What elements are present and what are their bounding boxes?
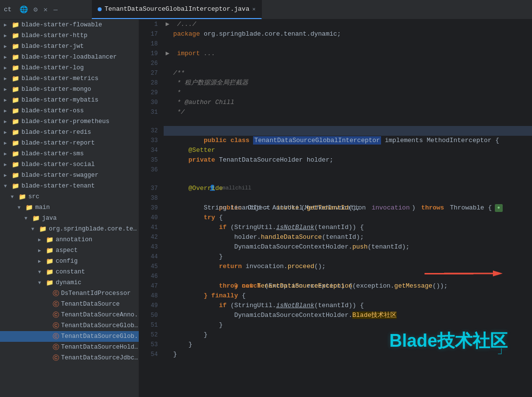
code-line: * 租户数据源全局拦截器 xyxy=(164,78,532,88)
close-icon[interactable]: ✕ xyxy=(43,5,47,14)
sidebar-item-blade-starter-mongo[interactable]: ▶ 📁 blade-starter-mongo xyxy=(0,84,139,95)
tab-main-file[interactable]: TenantDataSourceGlobalInterceptor.java ✕ xyxy=(92,0,262,19)
sidebar-item-blade-starter-mybatis[interactable]: ▶ 📁 blade-starter-mybatis xyxy=(0,95,139,105)
code-line: ▶ import ... xyxy=(164,49,532,59)
folder-icon: 📁 xyxy=(19,193,26,201)
class-file-icon: ⓒ xyxy=(53,322,59,330)
code-line: } xyxy=(164,350,532,359)
sidebar-label: blade-starter-loadbalancer xyxy=(21,54,117,61)
sidebar-label: dynamic xyxy=(56,279,82,286)
sidebar-item-blade-starter-metrics[interactable]: ▶ 📁 blade-starter-metrics xyxy=(0,73,139,84)
sidebar-item-blade-starter-tenant[interactable]: ▼ 📁 blade-starter-tenant xyxy=(0,181,139,191)
sidebar-item-blade-starter-flowable[interactable]: ▶ 📁 blade-starter-flowable xyxy=(0,20,139,30)
settings-icon[interactable]: ⚙ xyxy=(34,5,38,14)
tabs-area: TenantDataSourceGlobalInterceptor.java ✕ xyxy=(92,0,528,19)
arrow-icon: ▼ xyxy=(18,205,25,210)
folder-icon: 📁 xyxy=(12,53,20,61)
globe-icon[interactable]: 🌐 xyxy=(20,5,28,14)
sidebar-item-blade-starter-social[interactable]: ▶ 📁 blade-starter-social xyxy=(0,159,139,170)
code-line: } xyxy=(164,252,532,262)
sidebar-label: TenantDataSourceGlob. xyxy=(61,333,138,340)
sidebar-item-TenantDataSourceGlob-active[interactable]: ▶ ⓒ TenantDataSourceGlob. xyxy=(0,331,139,342)
arrow-icon: ▼ xyxy=(4,184,12,189)
sidebar-item-main[interactable]: ▼ 📁 main xyxy=(0,202,139,213)
sidebar-item-DsTenantIdProcessor[interactable]: ▶ ⓒ DsTenantIdProcessor xyxy=(0,288,139,299)
code-line: DynamicDataSourceContextHolder.push(tena… xyxy=(164,242,532,252)
code-line: public Object invoke(MethodInvocation in… xyxy=(164,193,532,203)
sidebar-item-blade-starter-log[interactable]: ▶ 📁 blade-starter-log xyxy=(0,63,139,73)
tab-dot xyxy=(98,7,102,11)
code-editor[interactable]: 1 17 18 19 26 27 28 29 30 31 32 33 34 35… xyxy=(139,20,532,397)
code-line: * @author Chill xyxy=(164,98,532,107)
folder-icon: 📁 xyxy=(12,96,20,104)
sidebar-item-blade-starter-report[interactable]: ▶ 📁 blade-starter-report xyxy=(0,138,139,148)
code-line: private TenantDataSourceHolder holder; xyxy=(164,155,532,165)
arrow-icon: ▶ xyxy=(4,43,12,49)
code-line: if (StringUtil.isNotBlank(tenantId)) { xyxy=(164,301,532,311)
code-line xyxy=(164,165,532,175)
code-line: } xyxy=(164,320,532,330)
code-line: try { xyxy=(164,213,532,223)
sidebar-item-blade-starter-loadbalancer[interactable]: ▶ 📁 blade-starter-loadbalancer xyxy=(0,52,139,63)
sidebar-item-java[interactable]: ▼ 📁 java xyxy=(0,213,139,224)
sidebar-item-annotation[interactable]: ▶ 📁 annotation xyxy=(0,234,139,245)
sidebar-label: blade-starter-http xyxy=(21,32,87,39)
arrow-icon: ▶ xyxy=(4,86,12,92)
folder-icon: 📁 xyxy=(12,85,20,93)
class-file-icon: ⓒ xyxy=(53,311,59,319)
sidebar-label: blade-starter-redis xyxy=(21,129,91,136)
sidebar-item-org-springblade[interactable]: ▼ 📁 org.springblade.core.tenant xyxy=(0,224,139,234)
sidebar-item-blade-starter-oss[interactable]: ▶ 📁 blade-starter-oss xyxy=(0,105,139,116)
sidebar-item-blade-starter-sms[interactable]: ▶ 📁 blade-starter-sms xyxy=(0,148,139,159)
arrow-icon: ▶ xyxy=(4,172,12,178)
sidebar-item-TenantDataSource[interactable]: ▶ ⓒ TenantDataSource xyxy=(0,299,139,310)
project-name: ct xyxy=(4,6,12,13)
arrow-icon: ▶ xyxy=(38,237,46,243)
sidebar-item-config[interactable]: ▶ 📁 config xyxy=(0,256,139,267)
sidebar-item-constant[interactable]: ▼ 📁 constant xyxy=(0,267,139,277)
tab-close-button[interactable]: ✕ xyxy=(252,6,255,12)
arrow-icon: ▶ xyxy=(38,248,46,253)
sidebar-item-blade-starter-jwt[interactable]: ▶ 📁 blade-starter-jwt xyxy=(0,41,139,52)
title-bar-left: ct 🌐 ⚙ ✕ — xyxy=(4,5,92,14)
class-file-icon: ⓒ xyxy=(53,343,59,352)
sidebar-item-blade-starter-prometheus[interactable]: ▶ 📁 blade-starter-prometheus xyxy=(0,116,139,127)
class-file-icon: ⓒ xyxy=(53,333,59,341)
folder-icon: 📁 xyxy=(46,247,54,254)
sidebar-item-TenantDataSourceHolde[interactable]: ▶ ⓒ TenantDataSourceHolde. xyxy=(0,342,139,353)
arrow-icon: ▶ xyxy=(4,97,12,103)
arrow-icon: ▶ xyxy=(4,129,12,135)
minimize-icon[interactable]: — xyxy=(53,6,57,14)
code-line: DynamicDataSourceContextHolder.Blade技术社区 xyxy=(164,311,532,320)
sidebar-item-blade-starter-redis[interactable]: ▶ 📁 blade-starter-redis xyxy=(0,127,139,138)
code-meta-line: 👤 smallchill xyxy=(164,175,532,184)
sidebar-item-TenantDataSourceJdbcP[interactable]: ▶ ⓒ TenantDataSourceJdbcP. xyxy=(0,353,139,363)
sidebar-item-src[interactable]: ▼ 📁 src xyxy=(0,191,139,202)
arrow-icon: ▶ xyxy=(4,76,12,82)
sidebar-label: java xyxy=(42,215,57,222)
sidebar-item-TenantDataSourceAnno[interactable]: ▶ ⓒ TenantDataSourceAnno. xyxy=(0,310,139,320)
code-line: */ xyxy=(164,107,532,117)
sidebar-item-blade-starter-http[interactable]: ▶ 📁 blade-starter-http xyxy=(0,30,139,41)
title-bar-icons: 🌐 ⚙ ✕ — xyxy=(20,5,58,14)
arrow-icon: ▶ xyxy=(4,119,12,125)
sidebar-label: TenantDataSourceJdbcP. xyxy=(61,355,139,361)
folder-icon: 📁 xyxy=(12,42,20,50)
code-line: ▶ /.../ xyxy=(164,20,532,29)
sidebar-item-TenantDataSourceGloba[interactable]: ▶ ⓒ TenantDataSourceGloba. xyxy=(0,320,139,331)
code-line xyxy=(164,39,532,49)
arrow-icon: ▶ xyxy=(4,33,12,39)
title-bar: ct 🌐 ⚙ ✕ — TenantDataSourceGlobalInterce… xyxy=(0,0,532,20)
folder-icon: 📁 xyxy=(25,204,33,211)
sidebar-item-blade-starter-swagger[interactable]: ▶ 📁 blade-starter-swagger xyxy=(0,170,139,181)
code-line: String tenantId = AuthUtil.getTenantId()… xyxy=(164,203,532,213)
sidebar-item-dynamic[interactable]: ▼ 📁 dynamic xyxy=(0,277,139,288)
sidebar-item-aspect[interactable]: ▶ 📁 aspect xyxy=(0,245,139,256)
svg-marker-1 xyxy=(493,271,503,276)
sidebar-label: blade-starter-prometheus xyxy=(21,118,109,125)
sidebar-label: TenantDataSourceHolde. xyxy=(61,344,139,351)
sidebar-label: annotation xyxy=(56,236,92,243)
arrow-icon: ▼ xyxy=(11,194,19,200)
sidebar-label: blade-starter-swagger xyxy=(21,172,99,179)
code-line: * xyxy=(164,88,532,98)
